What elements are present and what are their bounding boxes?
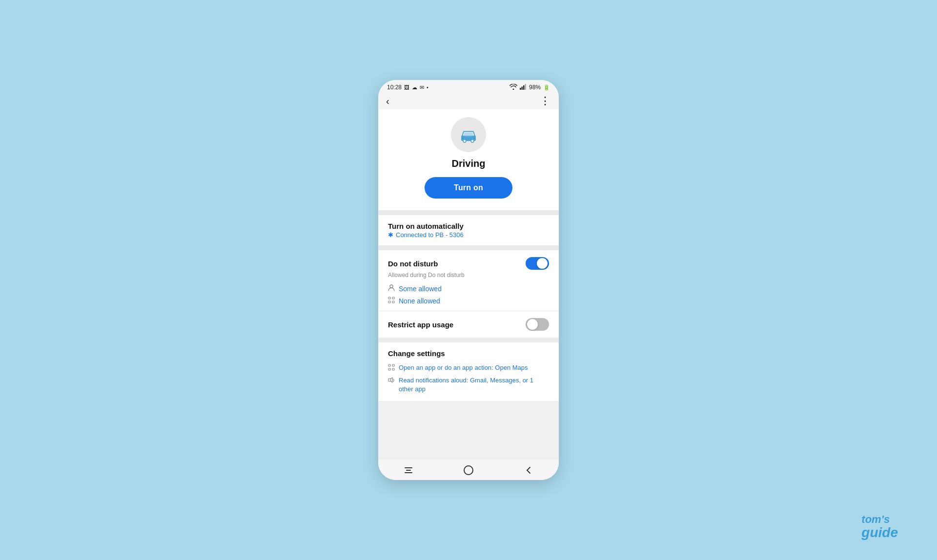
time-label: 10:28 [387, 84, 402, 91]
home-nav-icon [463, 464, 474, 476]
signal-icon [520, 84, 527, 91]
dnd-row: Do not disturb [388, 257, 549, 270]
change-item-2-label: Read notifications aloud: Gmail, Message… [399, 376, 549, 394]
apps-icon [388, 297, 395, 305]
svg-rect-13 [392, 301, 394, 303]
section-divider-2 [378, 245, 559, 250]
dnd-none-allowed-item[interactable]: None allowed [388, 295, 549, 307]
svg-rect-16 [388, 368, 390, 370]
svg-rect-15 [392, 364, 394, 366]
svg-point-7 [471, 140, 474, 142]
change-settings-title: Change settings [388, 349, 549, 358]
bluetooth-device-label: Connected to PB - 5306 [396, 231, 464, 239]
car-icon [458, 124, 479, 145]
status-left: 10:28 🖼 ☁ ✉ • [387, 84, 428, 91]
restrict-label: Restrict app usage [388, 320, 453, 329]
wifi-icon [509, 84, 517, 91]
change-settings-item-1[interactable]: Open an app or do an app action: Open Ma… [388, 361, 549, 374]
svg-rect-0 [520, 88, 521, 90]
svg-rect-11 [392, 297, 394, 299]
svg-rect-10 [388, 297, 390, 299]
menu-nav-button[interactable] [403, 464, 414, 476]
car-icon-circle [451, 117, 486, 152]
battery-label: 98% [529, 84, 541, 91]
watermark-line1: tom's [861, 514, 898, 525]
restrict-toggle-knob [527, 319, 538, 330]
section-divider-1 [378, 210, 559, 215]
some-allowed-label: Some allowed [399, 285, 442, 293]
dot-icon: • [427, 84, 428, 90]
home-nav-button[interactable] [463, 464, 474, 476]
cloud-icon: ☁ [412, 84, 417, 91]
menu-nav-icon [403, 464, 414, 476]
svg-rect-3 [525, 84, 526, 90]
back-nav-icon [523, 464, 534, 476]
bluetooth-icon: ✱ [388, 231, 393, 239]
svg-point-9 [390, 285, 393, 288]
apps-icon-2 [388, 364, 395, 372]
svg-rect-12 [388, 301, 390, 303]
turn-on-auto-label: Turn on automatically [388, 222, 549, 230]
dnd-some-allowed-item[interactable]: Some allowed [388, 282, 549, 295]
restrict-app-usage-section: Restrict app usage [378, 311, 559, 338]
dnd-subtext: Allowed during Do not disturb [388, 272, 549, 279]
back-nav-button[interactable] [523, 464, 534, 476]
more-options-button[interactable]: ⋮ [540, 96, 551, 106]
gmail-icon: ✉ [420, 84, 424, 91]
back-button[interactable]: ‹ [386, 96, 389, 106]
watermark: tom's guide [861, 514, 898, 540]
svg-rect-8 [464, 133, 473, 137]
turn-on-automatically-row[interactable]: Turn on automatically ✱ Connected to PB … [378, 215, 559, 245]
person-icon [388, 284, 395, 293]
bottom-nav [378, 460, 559, 480]
do-not-disturb-section: Do not disturb Allowed during Do not dis… [378, 250, 559, 311]
restrict-toggle[interactable] [526, 318, 549, 331]
driving-title: Driving [452, 158, 486, 169]
change-settings-item-2[interactable]: Read notifications aloud: Gmail, Message… [388, 374, 549, 396]
change-item-1-label: Open an app or do an app action: Open Ma… [399, 363, 528, 372]
svg-rect-18 [388, 379, 390, 381]
speaker-icon [388, 377, 395, 385]
svg-rect-1 [521, 87, 523, 90]
watermark-line2: guide [861, 525, 898, 540]
turn-on-button[interactable]: Turn on [425, 177, 512, 199]
battery-icon: 🔋 [543, 84, 550, 91]
dnd-toggle-knob [537, 258, 548, 269]
turn-on-auto-sub: ✱ Connected to PB - 5306 [388, 231, 549, 239]
status-right: 98% 🔋 [509, 84, 550, 91]
svg-rect-2 [523, 85, 525, 90]
dnd-toggle[interactable] [526, 257, 549, 270]
none-allowed-label: None allowed [399, 297, 440, 305]
svg-rect-17 [392, 368, 394, 370]
turn-on-automatically-card: Turn on automatically ✱ Connected to PB … [378, 215, 559, 245]
svg-point-6 [463, 140, 466, 142]
top-bar: ‹ ⋮ [378, 93, 559, 109]
hero-section: Driving Turn on [378, 109, 559, 210]
gallery-icon: 🖼 [404, 84, 409, 90]
change-settings-section: Change settings Open an app or do an app… [378, 338, 559, 401]
dnd-label: Do not disturb [388, 260, 438, 268]
svg-point-22 [464, 466, 473, 475]
svg-rect-14 [388, 364, 390, 366]
status-bar: 10:28 🖼 ☁ ✉ • 98% [378, 80, 559, 93]
